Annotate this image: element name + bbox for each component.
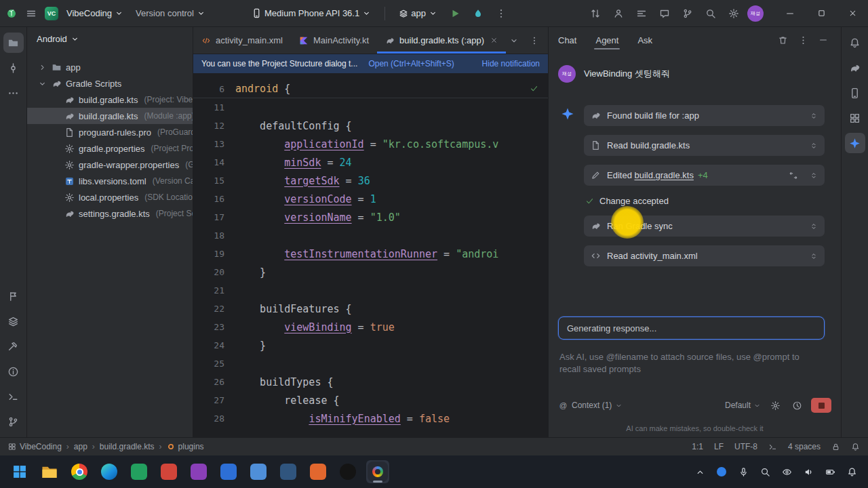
- battery-icon[interactable]: [822, 464, 838, 480]
- chevron-up-icon[interactable]: [692, 464, 708, 480]
- status-dot-icon[interactable]: [713, 464, 730, 480]
- history-icon[interactable]: [789, 398, 804, 413]
- edited-file-link[interactable]: build.gradle.kts: [634, 170, 693, 180]
- inspection-ok-icon[interactable]: [530, 84, 538, 93]
- breadcrumb-item[interactable]: build.gradle.kts: [100, 442, 155, 451]
- chat-input[interactable]: Ask AI, use @filename to attach source f…: [559, 351, 814, 375]
- gradle-icon[interactable]: [845, 58, 865, 78]
- breadcrumb-item[interactable]: VibeCoding: [8, 442, 62, 451]
- code-line-15[interactable]: 15 targetSdk = 36: [193, 171, 548, 190]
- expand-icon[interactable]: [810, 142, 818, 150]
- code-line-23[interactable]: 23 viewBinding = true: [193, 318, 548, 336]
- push-icon[interactable]: [586, 4, 605, 23]
- expand-icon[interactable]: [810, 222, 818, 230]
- hide-panel-icon[interactable]: [814, 30, 833, 49]
- run-button[interactable]: [446, 4, 465, 23]
- close-tab-icon[interactable]: [490, 37, 498, 44]
- ai-assistant-icon[interactable]: [845, 133, 865, 153]
- more-tools-icon[interactable]: [3, 83, 24, 103]
- settings-icon[interactable]: [724, 4, 743, 23]
- step-card[interactable]: Ran Gradle sync: [584, 216, 825, 237]
- chevron-right-icon[interactable]: [37, 63, 47, 72]
- close-button[interactable]: [837, 0, 868, 27]
- diff-icon[interactable]: [789, 171, 798, 180]
- tab-mainactivity-kt[interactable]: MainActivity.kt: [291, 27, 377, 54]
- taskbar-app-lightblue[interactable]: [247, 460, 270, 483]
- project-view-selector[interactable]: Android: [27, 27, 193, 50]
- code-line-11[interactable]: 11: [193, 98, 548, 117]
- tree-item-gradle-wrapper-properties[interactable]: gradle-wrapper.properties(Gradl: [27, 157, 193, 173]
- code-line-25[interactable]: 25: [193, 354, 548, 373]
- device-selector[interactable]: Medium Phone API 36.1: [248, 5, 375, 21]
- status-terminal-icon[interactable]: [768, 443, 777, 451]
- tree-item-settings-gradle-kts[interactable]: settings.gradle.kts(Project Settin: [27, 205, 193, 222]
- tree-item-gradle-properties[interactable]: gradle.properties(Project Proper: [27, 140, 193, 157]
- code-line-6[interactable]: 6android {: [193, 80, 548, 98]
- breadcrumb-item[interactable]: plugins: [167, 442, 204, 451]
- vcs-selector[interactable]: Version control: [132, 5, 210, 21]
- expand-icon[interactable]: [810, 171, 818, 180]
- run-config-selector[interactable]: app: [395, 5, 441, 21]
- file-encoding[interactable]: UTF-8: [734, 442, 757, 451]
- readonly-lock-icon[interactable]: [831, 443, 840, 451]
- code-line-22[interactable]: 22 buildFeatures {: [193, 300, 548, 318]
- build-icon[interactable]: [3, 336, 24, 357]
- line-separator[interactable]: LF: [714, 442, 724, 451]
- device-manager-icon[interactable]: [845, 83, 865, 103]
- step-card-edited[interactable]: Edited build.gradle.kts+4: [584, 165, 825, 186]
- expand-icon[interactable]: [810, 252, 818, 260]
- taskbar-file-explorer[interactable]: [38, 460, 61, 483]
- commit-icon[interactable]: [3, 58, 24, 78]
- step-card[interactable]: Found build file for :app: [584, 105, 825, 126]
- hidden-tabs-icon[interactable]: [505, 31, 524, 50]
- branch-icon[interactable]: [678, 4, 697, 23]
- breadcrumb-item[interactable]: app: [74, 442, 87, 451]
- chat-tab-ask[interactable]: Ask: [636, 28, 654, 52]
- tree-item-local-properties[interactable]: local.properties(SDK Location): [27, 189, 193, 205]
- tree-item-proguard-rules-pro[interactable]: proguard-rules.pro(ProGuard Ru: [27, 124, 193, 140]
- step-card[interactable]: Read activity_main.xml: [584, 245, 825, 266]
- volume-icon[interactable]: [800, 464, 816, 480]
- taskbar-app-green[interactable]: [127, 460, 151, 483]
- project-selector[interactable]: VibeCoding: [62, 5, 127, 21]
- taskbar-app-navy[interactable]: [277, 460, 300, 483]
- project-icon[interactable]: [3, 33, 24, 53]
- packages-icon[interactable]: [3, 311, 24, 331]
- code-line-18[interactable]: 18: [193, 226, 548, 245]
- tab-options-icon[interactable]: [525, 31, 544, 50]
- tree-item-app[interactable]: app: [27, 59, 193, 75]
- code-line-27[interactable]: 27 release {: [193, 391, 548, 409]
- caret-position[interactable]: 1:1: [692, 442, 703, 451]
- taskbar-app-red[interactable]: [157, 460, 180, 483]
- tree-item-gradle-scripts[interactable]: Gradle Scripts: [27, 75, 193, 92]
- terminal-icon[interactable]: [3, 386, 24, 407]
- code-line-13[interactable]: 13 applicationId = "kr.co.softcampus.v: [193, 135, 548, 153]
- code-line-14[interactable]: 14 minSdk = 24: [193, 153, 548, 171]
- taskbar-android-studio[interactable]: [366, 460, 389, 483]
- layout-inspector-icon[interactable]: [845, 108, 865, 128]
- tab-activity-main-xml[interactable]: activity_main.xml: [193, 27, 291, 54]
- maximize-button[interactable]: [806, 0, 837, 27]
- chat-tab-chat[interactable]: Chat: [557, 28, 578, 52]
- code-line-19[interactable]: 19 testInstrumentationRunner = "androi: [193, 245, 548, 263]
- tree-item-build-gradle-kts[interactable]: build.gradle.kts(Project: VibeCo: [27, 92, 193, 108]
- main-menu-icon[interactable]: [22, 4, 41, 23]
- notifications-icon[interactable]: [844, 464, 860, 480]
- code-line-17[interactable]: 17 versionName = "1.0": [193, 208, 548, 226]
- delete-conversation-icon[interactable]: [773, 30, 792, 49]
- taskbar-app-orange[interactable]: [307, 460, 330, 483]
- code-line-16[interactable]: 16 versionCode = 1: [193, 190, 548, 208]
- open-project-structure-link[interactable]: Open (Ctrl+Alt+Shift+S): [368, 59, 454, 68]
- search-icon[interactable]: [757, 464, 773, 480]
- expand-icon[interactable]: [810, 112, 818, 120]
- indent-setting[interactable]: 4 spaces: [788, 442, 821, 451]
- version-control-icon[interactable]: [3, 411, 24, 432]
- code-editor[interactable]: 6android {1112 defaultConfig {13 applica…: [193, 73, 548, 428]
- tree-item-build-gradle-kts[interactable]: build.gradle.kts(Module :app): [27, 108, 193, 124]
- context-selector[interactable]: @ Context (1): [558, 401, 623, 411]
- taskbar-app-purple[interactable]: [187, 460, 210, 483]
- bookmarks-icon[interactable]: [3, 286, 24, 306]
- minimize-button[interactable]: [774, 0, 806, 27]
- problems-icon[interactable]: [3, 361, 24, 382]
- comment-icon[interactable]: [655, 4, 674, 23]
